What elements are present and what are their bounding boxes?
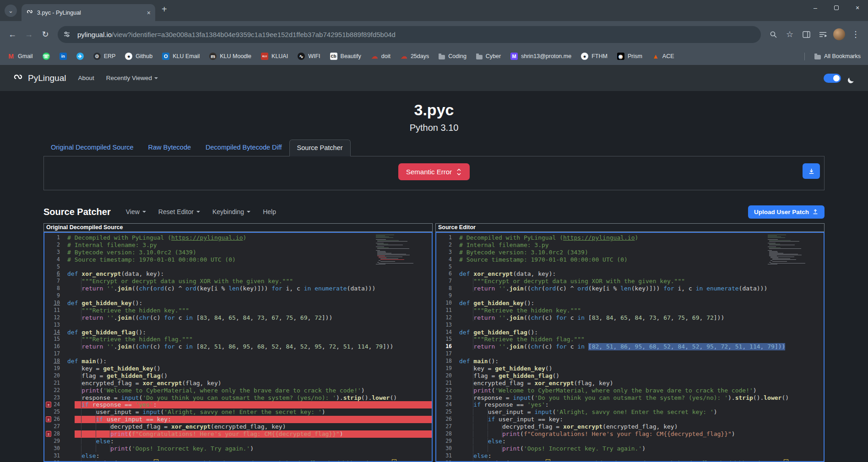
code-line-29[interactable]: 29 else: <box>44 438 432 445</box>
bookmark-wifi[interactable]: ∿WIFI <box>298 53 320 60</box>
code-line-13[interactable]: 13 <box>44 322 432 329</box>
code-area[interactable]: 1# Decompiled with PyLingual (https://py… <box>436 233 824 462</box>
code-line-25[interactable]: 25 user_input = input('Alright, savvy on… <box>436 408 824 416</box>
bookmark-beautify[interactable]: CbBeautify <box>330 53 361 60</box>
code-line-13[interactable]: 13 <box>436 322 824 329</box>
code-line-30[interactable]: 30 print('Oops! Incorrect key. Try again… <box>436 445 824 452</box>
bookmark-klu-email[interactable]: OKLU Email <box>162 53 200 60</box>
code-line-30[interactable]: 30 print('Oops! Incorrect key. Try again… <box>44 445 432 452</box>
code-line-22[interactable]: 22 print('Welcome to CyberMaterial, wher… <box>436 387 824 394</box>
code-line-8[interactable]: 8 return ''.join((chr(ord(c) ^ ord(key[i… <box>436 285 824 292</box>
bookmark-doit[interactable]: ☁doit <box>371 53 391 60</box>
code-line-21[interactable]: 21 encrypted_flag = xor_encrypt(flag, ke… <box>436 380 824 387</box>
code-line-26[interactable]: ±26 if user_input == key: <box>44 416 432 423</box>
code-line-21[interactable]: 21 encrypted_flag = xor_encrypt(flag, ke… <box>44 380 432 387</box>
bookmark-coding-folder[interactable]: Coding <box>439 53 467 59</box>
bookmark-telegram[interactable]: ✈ <box>76 53 84 60</box>
bookmark-github[interactable]: ●Github <box>125 53 152 60</box>
code-line-14[interactable]: 14def get_hidden_flag(): <box>44 329 432 336</box>
code-line-3[interactable]: 3# Bytecode version: 3.10.0rc2 (3439) <box>436 249 824 256</box>
code-line-18[interactable]: 18def main(): <box>436 358 824 365</box>
bookmark-erp[interactable]: ⚙ERP <box>93 53 116 60</box>
bookmark-star-icon[interactable]: ☆ <box>782 27 797 42</box>
upload-user-patch-button[interactable]: Upload User Patch <box>748 205 825 219</box>
profile-avatar[interactable] <box>833 28 845 40</box>
code-line-20[interactable]: 20 flag = get_hidden_flag() <box>436 372 824 380</box>
code-line-20[interactable]: 20 flag = get_hidden_flag() <box>44 372 432 380</box>
code-line-24[interactable]: ±24 if response == 'yes': <box>44 401 432 408</box>
code-line-7[interactable]: 7 """Encrypt or decrypt data using XOR w… <box>436 278 824 285</box>
code-line-1[interactable]: 1# Decompiled with PyLingual (https://py… <box>436 234 824 242</box>
tab-close-icon[interactable]: × <box>147 9 151 16</box>
code-line-19[interactable]: 19 key = get_hidden_key() <box>436 365 824 372</box>
bookmark-cyber-folder[interactable]: Cyber <box>476 53 501 59</box>
code-line-26[interactable]: 26 if user_input == key: <box>436 416 824 423</box>
code-line-12[interactable]: 12 return ''.join((chr(c) for c in [83, … <box>436 314 824 322</box>
code-line-11[interactable]: 11 """Retrieve the hidden key.""" <box>436 307 824 314</box>
code-line-25[interactable]: 25 user_input = input('Alright, savvy on… <box>44 408 432 416</box>
code-line-28[interactable]: ±28 print(f"Congratulations! Here's your… <box>44 430 432 438</box>
code-line-12[interactable]: 12 return ''.join((chr(c) for c in [83, … <box>44 314 432 322</box>
new-tab-button[interactable]: + <box>162 4 167 15</box>
bookmark-prism[interactable]: ◉Prism <box>617 53 642 60</box>
original-source-editor[interactable]: 1# Decompiled with PyLingual (https://py… <box>43 232 433 462</box>
code-line-10[interactable]: 10def get_hidden_key(): <box>44 300 432 307</box>
download-patch-button[interactable] <box>803 163 820 179</box>
reload-button[interactable]: ↻ <box>38 27 53 42</box>
code-line-17[interactable]: 17 <box>436 350 824 358</box>
playlist-icon[interactable] <box>815 27 830 42</box>
forward-button[interactable]: → <box>21 27 37 42</box>
code-line-23[interactable]: 23 response = input('Do you think you ca… <box>436 394 824 402</box>
code-line-16[interactable]: 16 return ''.join((chr(c) for c in [82, … <box>44 343 432 350</box>
code-line-18[interactable]: 18def main(): <box>44 358 432 365</box>
minimap[interactable] <box>768 235 819 265</box>
code-line-11[interactable]: 11 """Retrieve the hidden key.""" <box>44 307 432 314</box>
code-line-5[interactable]: 5 <box>436 263 824 271</box>
menu-reset-editor[interactable]: Reset Editor <box>158 208 200 215</box>
code-line-22[interactable]: 22 print('Welcome to CyberMaterial, wher… <box>44 387 432 394</box>
code-line-5[interactable]: 5 <box>44 263 432 271</box>
back-button[interactable]: ← <box>5 27 20 42</box>
zoom-search-icon[interactable] <box>765 27 781 42</box>
semantic-error-button[interactable]: Semantic Error <box>398 163 470 180</box>
minimap[interactable] <box>376 235 427 265</box>
code-line-4[interactable]: 4# Source timestamp: 1970-01-01 00:00:00… <box>44 256 432 263</box>
code-line-10[interactable]: 10def get_hidden_key(): <box>436 300 824 307</box>
tab-source-patcher[interactable]: Source Patcher <box>289 140 351 156</box>
bookmark-fthm[interactable]: ●FTHM <box>581 53 608 60</box>
code-line-9[interactable]: 9 <box>436 292 824 300</box>
all-bookmarks-button[interactable]: All Bookmarks <box>814 53 861 59</box>
browser-tab[interactable]: 3.pyc - PyLingual × <box>22 4 155 21</box>
bookmark-klu-moodle[interactable]: mKLU Moodle <box>209 53 251 60</box>
code-line-31[interactable]: 31 else: <box>436 452 824 460</box>
code-line-15[interactable]: 15 """Retrieve the hidden flag.""" <box>44 336 432 343</box>
code-line-1[interactable]: 1# Decompiled with PyLingual (https://py… <box>44 234 432 242</box>
tab-original-decompiled-source[interactable]: Original Decompiled Source <box>43 140 141 156</box>
code-line-19[interactable]: 19 key = get_hidden_key() <box>44 365 432 372</box>
code-line-17[interactable]: 17 <box>44 350 432 358</box>
tab-decompiled-bytecode-diff[interactable]: Decompiled Bytecode Diff <box>198 140 289 156</box>
error-marker-icon[interactable]: ± <box>46 416 51 422</box>
error-marker-icon[interactable]: ± <box>46 431 51 437</box>
code-line-29[interactable]: 29 else: <box>436 438 824 445</box>
side-panel-icon[interactable] <box>798 27 814 42</box>
bookmark-kluai[interactable]: KLUKLUAI <box>261 53 288 60</box>
code-line-4[interactable]: 4# Source timestamp: 1970-01-01 00:00:00… <box>436 256 824 263</box>
code-area[interactable]: 1# Decompiled with PyLingual (https://py… <box>44 233 432 462</box>
code-line-27[interactable]: 27 decrypted_flag = xor_encrypt(encrypte… <box>436 423 824 430</box>
code-line-16[interactable]: 16 return ''.join((chr(c) for c in [82, … <box>436 343 824 350</box>
bookmark-whatsapp[interactable]: ☏ <box>43 53 50 60</box>
code-line-23[interactable]: 23 response = input('Do you think you ca… <box>44 394 432 402</box>
menu-help[interactable]: Help <box>263 208 276 215</box>
bookmark-ace[interactable]: ▲ACE <box>652 53 674 60</box>
error-marker-icon[interactable]: ± <box>46 402 51 408</box>
window-close-button[interactable]: × <box>847 0 868 16</box>
code-line-2[interactable]: 2# Internal filename: 3.py <box>44 242 432 249</box>
theme-toggle[interactable] <box>824 74 841 83</box>
code-line-28[interactable]: 28 print(f"Congratulations! Here's your … <box>436 430 824 438</box>
menu-view[interactable]: View <box>126 208 146 215</box>
code-line-3[interactable]: 3# Bytecode version: 3.10.0rc2 (3439) <box>44 249 432 256</box>
site-settings-icon[interactable] <box>60 28 73 41</box>
bookmark-linkedin[interactable]: in <box>60 53 67 60</box>
menu-keybinding[interactable]: Keybinding <box>212 208 250 215</box>
